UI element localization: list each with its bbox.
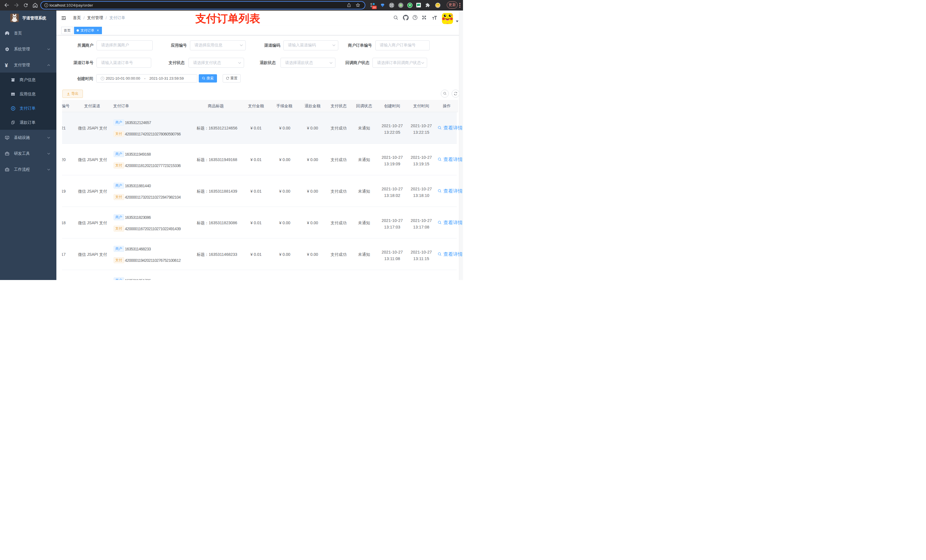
svg-text:¥: ¥ [12,107,14,110]
